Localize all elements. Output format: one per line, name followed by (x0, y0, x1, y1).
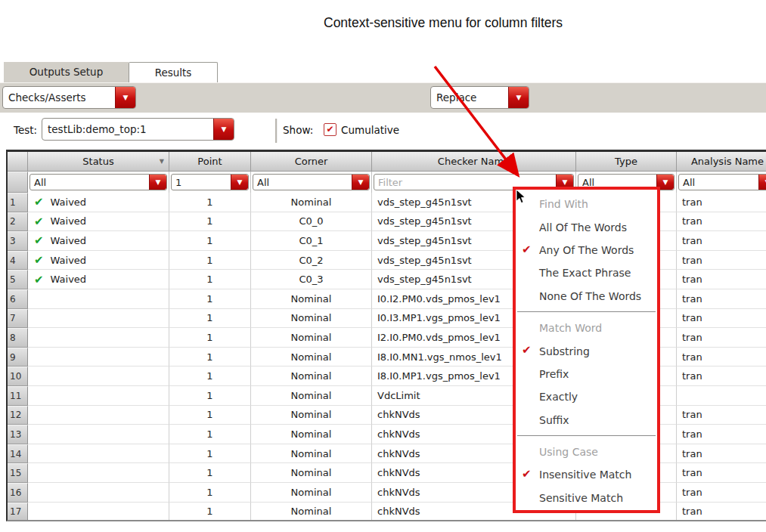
tab-results[interactable]: Results (129, 62, 218, 83)
column-header-rownum[interactable] (8, 152, 28, 172)
corner-cell: Nominal (251, 444, 372, 464)
row-number[interactable]: 11 (8, 386, 28, 406)
menu-item-insensitive-match[interactable]: ✔Insensitive Match (516, 463, 657, 486)
menu-item-label: The Exact Phrase (516, 267, 631, 279)
menu-section-header: Find With (516, 193, 657, 215)
status-check-icon: ✔ (34, 195, 44, 209)
row-number[interactable]: 6 (8, 289, 28, 309)
status-cell: ✔Waived (28, 193, 169, 212)
row-number[interactable]: 9 (8, 348, 28, 367)
menu-check-icon: ✔ (522, 467, 532, 481)
filter-row-corner (8, 172, 28, 193)
corner-cell: C0_2 (251, 251, 372, 271)
menu-item-the-exact-phrase[interactable]: The Exact Phrase (516, 261, 657, 284)
row-number[interactable]: 10 (8, 367, 28, 386)
row-number[interactable]: 8 (8, 328, 28, 348)
menu-section-header: Match Word (516, 317, 657, 339)
menu-header-label: Find With (516, 198, 588, 210)
point-cell: 1 (169, 251, 251, 271)
sort-indicator-icon[interactable]: ▼ (160, 158, 164, 165)
analysis-cell (677, 386, 766, 406)
analysis-cell: tran (677, 328, 766, 348)
column-header-type[interactable]: Type (576, 152, 677, 172)
menu-item-prefix[interactable]: Prefix (516, 363, 657, 385)
corner-cell: Nominal (251, 483, 372, 503)
analysis-cell: tran (677, 444, 766, 464)
menu-item-any-of-the-words[interactable]: ✔Any Of The Words (516, 239, 657, 261)
menu-item-label: Exactly (516, 391, 578, 403)
test-select[interactable]: testLib:demo_top:1 ▼ (42, 118, 234, 141)
chevron-down-icon[interactable]: ▼ (149, 175, 166, 190)
menu-item-suffix[interactable]: Suffix (516, 409, 657, 431)
menu-item-all-of-the-words[interactable]: All Of The Words (516, 215, 657, 238)
filter-cell-point: 1▼ (169, 172, 251, 193)
replace-select[interactable]: Replace ▼ (430, 86, 529, 109)
column-header-analysis[interactable]: Analysis Name (677, 152, 766, 172)
column-header-label: Corner (295, 156, 328, 167)
row-number[interactable]: 5 (8, 270, 28, 289)
chevron-down-icon[interactable]: ▼ (213, 119, 234, 140)
filter-cell-status: All▼ (28, 172, 169, 193)
chevron-down-icon[interactable]: ▼ (352, 175, 369, 190)
point-cell: 1 (169, 348, 251, 367)
menu-check-icon: ✔ (522, 343, 532, 357)
status-cell (28, 386, 169, 406)
column-header-corner[interactable]: Corner (251, 152, 372, 172)
point-cell: 1 (169, 503, 251, 522)
filter-combo-status[interactable]: All▼ (29, 174, 167, 190)
status-check-icon: ✔ (34, 215, 44, 228)
filter-combo-point[interactable]: 1▼ (171, 174, 249, 190)
corner-cell: Nominal (251, 503, 372, 522)
row-number[interactable]: 15 (8, 463, 28, 483)
status-cell: ✔Waived (28, 270, 169, 289)
chevron-down-icon[interactable]: ▼ (508, 87, 529, 108)
status-cell (28, 328, 169, 348)
checks-asserts-select[interactable]: Checks/Asserts ▼ (2, 86, 136, 109)
menu-item-label: All Of The Words (516, 221, 627, 234)
filter-combo-analysis[interactable]: All▼ (678, 174, 766, 190)
corner-cell: Nominal (251, 328, 372, 348)
menu-item-exactly[interactable]: Exactly (516, 385, 657, 408)
status-cell (28, 406, 169, 425)
analysis-cell: tran (677, 425, 766, 444)
menu-item-none-of-the-words[interactable]: None Of The Words (516, 285, 657, 308)
filter-combo-value: All (253, 177, 352, 188)
row-number[interactable]: 3 (8, 231, 28, 251)
cumulative-checkbox[interactable]: ✔ (324, 123, 336, 136)
test-select-value: testLib:demo_top:1 (42, 123, 213, 135)
test-label: Test: (14, 124, 37, 136)
row-number[interactable]: 17 (8, 503, 28, 522)
filter-combo-corner[interactable]: All▼ (253, 174, 370, 190)
menu-item-sensitive-match[interactable]: Sensitive Match (516, 487, 657, 509)
row-number[interactable]: 16 (8, 483, 28, 503)
row-number[interactable]: 14 (8, 444, 28, 464)
chevron-down-icon[interactable]: ▼ (231, 175, 248, 190)
analysis-cell: tran (677, 270, 766, 289)
analysis-cell: tran (677, 348, 766, 367)
corner-cell: Nominal (251, 348, 372, 367)
row-number[interactable]: 1 (8, 193, 28, 212)
toolbar: Checks/Asserts ▼ ← → ⚙⚙ ▼ ⇄ ▼ (0, 82, 766, 113)
corner-cell: Nominal (251, 289, 372, 309)
row-number[interactable]: 4 (8, 251, 28, 271)
status-check-icon: ✔ (34, 234, 44, 247)
chevron-down-icon[interactable]: ▼ (758, 175, 766, 190)
chevron-down-icon[interactable]: ▼ (115, 87, 135, 108)
row-number[interactable]: 13 (8, 425, 28, 444)
point-cell: 1 (169, 309, 251, 329)
filter-combo-value: All (30, 177, 149, 188)
tab-outputs-setup[interactable]: Outputs Setup (4, 62, 129, 83)
row-number[interactable]: 12 (8, 406, 28, 425)
column-header-point[interactable]: Point (169, 152, 251, 172)
row-number[interactable]: 2 (8, 212, 28, 232)
column-header-label: Point (197, 156, 222, 167)
row-number[interactable]: 7 (8, 309, 28, 329)
menu-item-substring[interactable]: ✔Substring (516, 339, 657, 362)
column-header-status[interactable]: Status▼ (28, 152, 169, 172)
status-text: Waived (51, 255, 87, 266)
status-cell (28, 483, 169, 503)
analysis-cell: tran (677, 463, 766, 483)
status-cell: ✔Waived (28, 212, 169, 232)
column-header-checker[interactable]: Checker Name (372, 152, 576, 172)
filter-cell-analysis: All▼ (677, 172, 766, 193)
